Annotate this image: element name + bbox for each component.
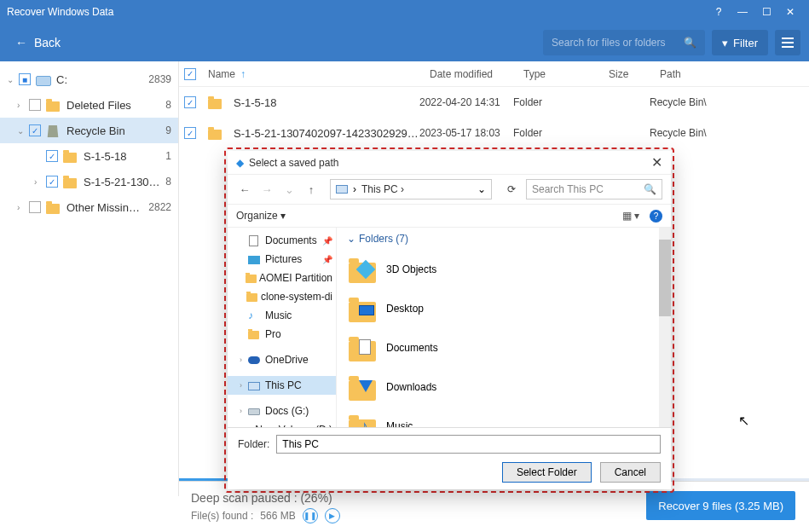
- chevron-down-icon: ⌄: [347, 233, 355, 245]
- expand-icon[interactable]: ›: [17, 101, 29, 110]
- play-button[interactable]: ▶: [325, 508, 340, 523]
- tree-item[interactable]: AOMEI Partition: [228, 269, 336, 287]
- tree-item-music[interactable]: ♪Music: [228, 306, 336, 325]
- back-button[interactable]: ← Back: [9, 32, 67, 53]
- tree-item[interactable]: Pro: [228, 325, 336, 344]
- col-type[interactable]: Type: [523, 68, 609, 80]
- pc-icon: [336, 185, 348, 194]
- sidebar-item-deleted[interactable]: › ✓ Deleted Files 8: [0, 92, 178, 118]
- tree-label: Other Missing Files: [66, 201, 145, 214]
- nav-back-icon[interactable]: ←: [236, 183, 253, 196]
- tree-item-thispc[interactable]: ›This PC: [228, 376, 336, 395]
- folders-group-header[interactable]: ⌄Folders (7): [347, 233, 671, 245]
- expand-icon[interactable]: ›: [34, 177, 46, 187]
- menu-button[interactable]: [775, 30, 800, 55]
- nav-forward-icon: →: [258, 183, 275, 196]
- folder-documents[interactable]: Documents: [347, 328, 671, 367]
- checkbox[interactable]: ✓: [46, 176, 58, 188]
- tree-root[interactable]: ⌄ ■ C: 2839: [0, 66, 178, 92]
- file-path: Recycle Bin\: [650, 96, 804, 108]
- app-title: Recover Windows Data: [7, 6, 707, 18]
- breadcrumb[interactable]: This PC ›: [361, 183, 472, 195]
- back-label: Back: [34, 36, 61, 49]
- save-path-dialog: ◆ Select a saved path ✕ ← → ⌄ ↑ › This P…: [228, 151, 671, 489]
- files-found-label: File(s) found :: [191, 510, 253, 522]
- back-arrow-icon: ←: [15, 36, 27, 49]
- recyclebin-icon: [46, 124, 61, 137]
- column-header: ✓ Name↑ Date modified Type Size Path: [179, 61, 809, 87]
- tree-label: Deleted Files: [66, 99, 162, 112]
- file-row[interactable]: ✓ S-1-5-21-1307402097-1423302929-1529231…: [179, 118, 809, 148]
- refresh-icon[interactable]: ⟳: [502, 183, 521, 195]
- view-mode-button[interactable]: ▦ ▾: [622, 210, 639, 222]
- folder-downloads[interactable]: Downloads: [347, 367, 671, 407]
- col-size[interactable]: Size: [609, 68, 660, 80]
- checkbox[interactable]: ✓: [29, 201, 41, 213]
- filter-button[interactable]: ▾ Filter: [712, 30, 768, 55]
- dialog-title: Select a saved path: [249, 157, 651, 169]
- tree-item-documents[interactable]: Documents📌: [228, 231, 336, 250]
- tree-count: 2822: [148, 201, 171, 213]
- checkbox[interactable]: ✓: [29, 99, 41, 111]
- col-date[interactable]: Date modified: [430, 68, 523, 80]
- tree-item-drive[interactable]: ›Docs (G:): [228, 402, 336, 420]
- col-path[interactable]: Path: [660, 68, 804, 80]
- dialog-help-icon[interactable]: ?: [650, 210, 662, 223]
- tree-item-onedrive[interactable]: ›OneDrive: [228, 350, 336, 369]
- nav-recent-icon[interactable]: ⌄: [280, 183, 298, 196]
- folder-path-input[interactable]: This PC: [276, 435, 661, 454]
- cancel-button[interactable]: Cancel: [600, 462, 661, 483]
- select-all-checkbox[interactable]: ✓: [184, 68, 196, 80]
- scrollbar[interactable]: [659, 228, 671, 427]
- minimize-icon[interactable]: —: [731, 3, 754, 20]
- checkbox[interactable]: ✓: [184, 96, 196, 108]
- select-folder-button[interactable]: Select Folder: [502, 462, 592, 483]
- organize-menu[interactable]: Organize ▾: [236, 210, 286, 222]
- checkbox[interactable]: ✓: [29, 124, 41, 136]
- close-icon[interactable]: ✕: [778, 3, 802, 20]
- folder-music[interactable]: ♪Music: [347, 407, 671, 427]
- scroll-thumb[interactable]: [659, 240, 671, 316]
- sidebar-item-missing[interactable]: › ✓ Other Missing Files 2822: [0, 194, 178, 220]
- file-row[interactable]: ✓ S-1-5-18 2022-04-20 14:31 Folder Recyc…: [179, 87, 809, 118]
- address-bar[interactable]: › This PC › ⌄: [330, 179, 492, 200]
- sidebar-item[interactable]: ✓ S-1-5-18 1: [0, 143, 178, 169]
- address-dropdown-icon[interactable]: ⌄: [477, 183, 486, 195]
- help-icon[interactable]: ?: [707, 3, 731, 20]
- folder-icon: [46, 98, 61, 112]
- tree-item-pictures[interactable]: Pictures📌: [228, 250, 336, 269]
- dialog-folder-list: ⌄Folders (7) 3D Objects Desktop Document…: [337, 228, 671, 427]
- folder-icon: [63, 149, 78, 163]
- sidebar-item[interactable]: › ✓ S-1-5-21-13074... 8: [0, 169, 178, 194]
- sidebar-item-recyclebin[interactable]: ⌄ ✓ Recycle Bin 9: [0, 118, 178, 143]
- file-path: Recycle Bin\: [650, 127, 804, 139]
- nav-up-icon[interactable]: ↑: [303, 183, 320, 196]
- tree-count: 9: [165, 124, 171, 136]
- checkbox[interactable]: ✓: [46, 150, 58, 162]
- folder-icon: [208, 95, 225, 109]
- search-input[interactable]: Search for files or folders 🔍: [543, 30, 705, 55]
- maximize-icon[interactable]: ☐: [754, 3, 778, 20]
- folder-icon: [46, 200, 61, 214]
- filter-icon: ▾: [722, 37, 728, 49]
- tree-label: S-1-5-18: [84, 150, 162, 163]
- collapse-icon[interactable]: ⌄: [17, 126, 29, 136]
- expand-icon[interactable]: ›: [17, 203, 29, 212]
- col-name[interactable]: Name: [208, 68, 235, 80]
- pause-button[interactable]: ❚❚: [303, 508, 318, 523]
- tree-item[interactable]: clone-system-di: [228, 287, 336, 306]
- recover-button[interactable]: Recover 9 files (3.25 MB): [646, 491, 795, 520]
- filter-label: Filter: [733, 37, 758, 49]
- dialog-close-icon[interactable]: ✕: [651, 154, 662, 171]
- expand-icon[interactable]: ⌄: [7, 75, 19, 84]
- dialog-search-input[interactable]: Search This PC 🔍: [526, 179, 662, 200]
- checkbox[interactable]: ■: [19, 73, 31, 85]
- file-name: S-1-5-18: [234, 96, 419, 109]
- folder-3dobjects[interactable]: 3D Objects: [347, 250, 671, 289]
- folder-desktop[interactable]: Desktop: [347, 289, 671, 328]
- checkbox[interactable]: ✓: [184, 127, 196, 139]
- tree-item-drive[interactable]: ›New Volume (D:): [228, 420, 336, 427]
- folder-icon: [208, 126, 225, 140]
- sort-asc-icon[interactable]: ↑: [240, 68, 246, 80]
- file-date: 2023-05-17 18:03: [419, 127, 513, 139]
